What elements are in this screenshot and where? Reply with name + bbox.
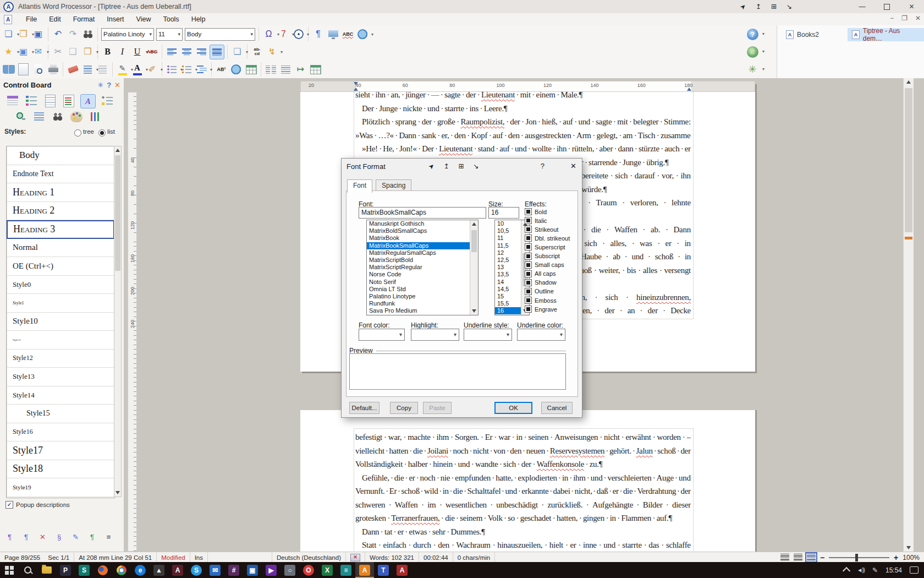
horizontal-ruler[interactable]: 20406080100120140160180 bbox=[300, 81, 755, 92]
save-button[interactable]: ▣ bbox=[31, 28, 45, 41]
options-gears-button[interactable]: ✳▾ bbox=[744, 62, 761, 77]
format-brush-button[interactable]: ✐▾ bbox=[145, 63, 159, 77]
clipboard-panel-button[interactable] bbox=[6, 94, 20, 107]
file-explorer[interactable] bbox=[37, 562, 56, 578]
font-option[interactable]: MatrixScriptRegular bbox=[367, 264, 478, 271]
effect-bold[interactable]: Bold bbox=[525, 208, 547, 215]
doc-tab-books2[interactable]: A Books2 bbox=[782, 28, 823, 41]
dialog-title-bar[interactable]: Font Format ➤ ↥ ⊞ ↘ ? ✕ bbox=[342, 159, 582, 174]
zoom-slider[interactable] bbox=[829, 557, 889, 558]
font-option[interactable]: Rundfunk bbox=[367, 300, 478, 307]
copy-button[interactable]: Copy bbox=[390, 402, 418, 414]
help-icon[interactable]: ? bbox=[107, 81, 111, 89]
checkbox-indeterminate[interactable] bbox=[525, 253, 532, 260]
page2-text[interactable]: befestigt·war,·machte·ihm·Sorgen.·Er·war… bbox=[355, 430, 691, 552]
font-option[interactable]: MatrixScriptBold bbox=[367, 257, 478, 264]
scroll-down-icon[interactable] bbox=[906, 546, 911, 549]
outline-list-button[interactable]: ▾ bbox=[195, 63, 208, 77]
open-book-button[interactable] bbox=[2, 63, 15, 77]
checkbox-indeterminate[interactable] bbox=[525, 208, 532, 215]
pin-icon[interactable]: ➤ bbox=[738, 2, 747, 11]
insert-table-button[interactable] bbox=[244, 63, 258, 77]
colors-panel-button[interactable] bbox=[69, 110, 84, 123]
effect-italic[interactable]: Italic bbox=[525, 217, 547, 224]
notification-icon[interactable] bbox=[910, 566, 919, 574]
style-item-style0[interactable]: Style0 bbox=[7, 276, 114, 295]
checkbox-indeterminate[interactable] bbox=[525, 306, 532, 313]
effect-outline[interactable]: Outline bbox=[525, 288, 554, 295]
font-size-input[interactable]: 16 bbox=[488, 207, 519, 219]
checkbox-indeterminate[interactable] bbox=[525, 279, 532, 286]
app-video[interactable]: ▶ bbox=[262, 562, 280, 578]
strikethrough-button[interactable]: ABC bbox=[145, 45, 159, 59]
styles-panel-button[interactable]: A bbox=[80, 94, 96, 108]
styles-scrollbar[interactable] bbox=[114, 146, 122, 497]
align-justify-button[interactable] bbox=[210, 45, 224, 59]
zoom-slider-thumb[interactable] bbox=[855, 554, 858, 561]
search-panel-button[interactable] bbox=[51, 110, 65, 123]
effect-shadow[interactable]: Shadow bbox=[525, 279, 557, 286]
clock[interactable]: 15:54 bbox=[886, 566, 902, 574]
doc-restore-button[interactable]: ❐ bbox=[901, 14, 908, 22]
app-slack[interactable]: # bbox=[224, 562, 243, 578]
new-style-button[interactable]: ¶ bbox=[3, 531, 16, 543]
font-size-combo[interactable]: 11▾ bbox=[156, 28, 183, 41]
left-indent-marker[interactable] bbox=[354, 82, 358, 85]
app-adobe[interactable]: A bbox=[393, 562, 411, 578]
app-atlantis[interactable]: A bbox=[355, 562, 374, 578]
favorites-button[interactable]: ★▾ bbox=[2, 45, 15, 59]
font-option[interactable]: MatrixBook bbox=[367, 235, 478, 242]
draft-view-icon[interactable] bbox=[780, 554, 789, 561]
autocorrect-button[interactable]: ▾ bbox=[356, 28, 370, 41]
print-button[interactable] bbox=[46, 63, 60, 77]
style-combo[interactable]: Body▾ bbox=[185, 28, 255, 41]
app-notes[interactable]: ≡ bbox=[337, 562, 355, 578]
document-map-panel-button[interactable] bbox=[24, 94, 38, 107]
checkbox-indeterminate[interactable] bbox=[525, 217, 532, 224]
tab-spacing[interactable]: Spacing bbox=[376, 179, 411, 191]
hyphenation-button[interactable]: ab- cd bbox=[250, 45, 264, 59]
style-item-body[interactable]: Body bbox=[7, 146, 114, 165]
effect-strikeout[interactable]: Strikeout bbox=[525, 226, 558, 233]
effect-engrave[interactable]: Engrave bbox=[525, 306, 557, 313]
app-opera[interactable]: O bbox=[299, 562, 318, 578]
volume-icon[interactable]: ◄)) bbox=[857, 567, 865, 573]
insert-field-button[interactable]: 7▾ bbox=[277, 28, 290, 41]
cut-button[interactable]: ✂ bbox=[51, 45, 65, 59]
document-page-2[interactable]: befestigt·war,·machte·ihm·Sorgen.·Er·war… bbox=[300, 410, 755, 552]
scroll-up-icon[interactable] bbox=[472, 222, 476, 226]
delete-style-button[interactable]: ✕ bbox=[36, 531, 49, 543]
full-screen-button[interactable] bbox=[326, 28, 340, 41]
app-chrome[interactable] bbox=[112, 562, 131, 578]
style-item-style19[interactable]: Style19 bbox=[7, 478, 114, 497]
scroll-thumb[interactable] bbox=[115, 155, 120, 271]
menu-view[interactable]: View bbox=[130, 15, 157, 23]
app-firefox[interactable] bbox=[94, 562, 112, 578]
scroll-thumb[interactable] bbox=[905, 88, 912, 232]
superscript-tool-button[interactable]: AB¹ bbox=[215, 63, 228, 77]
popup-descriptions-checkbox[interactable]: ✓ bbox=[6, 501, 13, 509]
font-option[interactable]: Norse Code bbox=[367, 271, 478, 278]
outline-panel-button[interactable] bbox=[43, 94, 57, 107]
tree-radio[interactable] bbox=[74, 129, 81, 137]
doc-tab-tiptree[interactable]: A Tiptree - Aus dem… bbox=[848, 28, 924, 41]
app-p[interactable]: P bbox=[56, 562, 75, 578]
effect-dbl-strikeout[interactable]: Dbl. strikeout bbox=[525, 235, 570, 242]
effect-small-caps[interactable]: Small caps bbox=[525, 261, 564, 269]
right-indent-marker[interactable] bbox=[687, 88, 691, 91]
font-list-scrollbar[interactable] bbox=[470, 220, 478, 315]
align-right-button[interactable] bbox=[195, 45, 208, 59]
app-a-dark[interactable]: A bbox=[168, 562, 187, 578]
checkbox-indeterminate[interactable] bbox=[525, 235, 532, 242]
align-center-button[interactable] bbox=[180, 45, 194, 59]
new-document-button[interactable]: ❏▾ bbox=[2, 28, 15, 41]
font-option[interactable]: MatrixBoldSmallCaps bbox=[367, 227, 478, 235]
font-color-button[interactable]: A▾ bbox=[130, 63, 144, 77]
insert-table-2-button[interactable] bbox=[309, 63, 322, 77]
pen-icon[interactable]: ✎ bbox=[872, 566, 878, 574]
paste-button[interactable]: ❒▾ bbox=[81, 45, 95, 59]
send-mail-button[interactable]: ✉▾ bbox=[31, 45, 45, 59]
app-vlc[interactable]: ▲ bbox=[150, 562, 168, 578]
spellcheck-button[interactable]: ABC bbox=[341, 28, 355, 41]
close-button[interactable]: ✕ bbox=[899, 0, 924, 13]
